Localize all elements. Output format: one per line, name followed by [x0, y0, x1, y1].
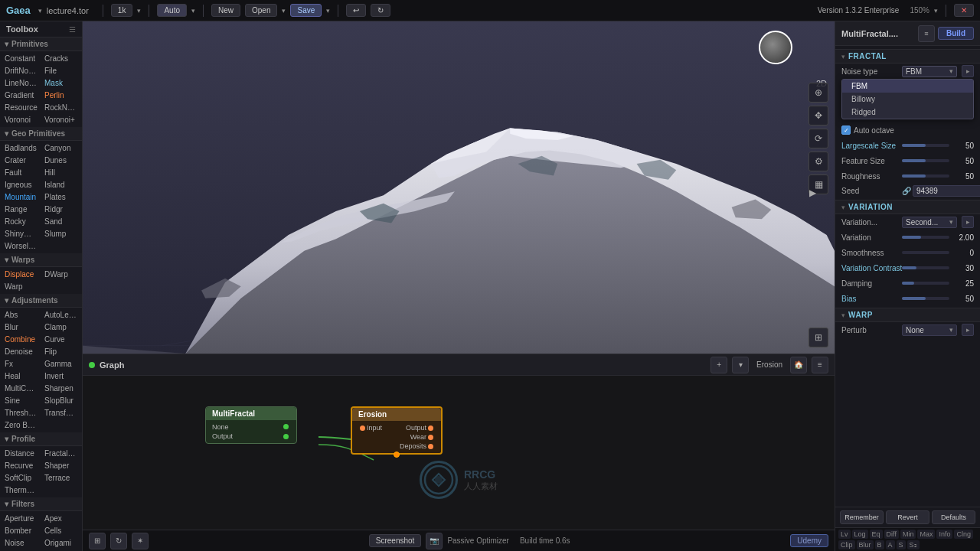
tool-voronoi[interactable]: Voronoi [2, 114, 41, 126]
mode-btn[interactable]: Auto [157, 4, 187, 17]
tool-badlands[interactable]: Badlands [2, 142, 41, 154]
variation-contrast-slider[interactable] [902, 266, 949, 269]
rs-build-btn[interactable]: Build [938, 27, 974, 40]
tool-apex[interactable]: Apex [41, 513, 80, 524]
tool-fractalte[interactable]: FractalTe... [41, 448, 80, 459]
tool-rocky[interactable]: Rocky [2, 216, 41, 227]
tool-autolevel[interactable]: AutoLevel [41, 309, 80, 321]
tool-combine[interactable]: Combine [2, 334, 41, 345]
tool-sine[interactable]: Sine [2, 395, 41, 406]
section-adjustments[interactable]: ▾ Adjustments [0, 294, 82, 308]
variation-section-header[interactable]: ▾ VARIATION [835, 200, 980, 214]
perturb-select[interactable]: None ▾ [902, 324, 957, 336]
tool-sharpen[interactable]: Sharpen [41, 383, 80, 394]
tool-cells[interactable]: Cells [41, 525, 80, 536]
node-erosion-bottom-port[interactable] [394, 452, 400, 458]
tool-fault[interactable]: Fault [2, 167, 41, 178]
section-profile[interactable]: ▾ Profile [0, 432, 82, 446]
tool-blur[interactable]: Blur [2, 321, 41, 333]
tool-fx[interactable]: Fx [2, 358, 41, 370]
tab-diff[interactable]: Diff [884, 530, 899, 539]
toolbox-pin-icon[interactable]: ☰ [69, 25, 76, 34]
feature-size-slider[interactable] [902, 159, 949, 162]
bottom-star-btn[interactable]: ✶ [132, 533, 149, 549]
tool-file[interactable]: File [41, 65, 80, 77]
tool-distance[interactable]: Distance [2, 448, 41, 459]
tab-info[interactable]: Info [936, 530, 952, 539]
graph-cam-btn[interactable]: 🏠 [790, 357, 807, 373]
resolution-arrow[interactable]: ▾ [137, 7, 141, 15]
section-primitives[interactable]: ▾ Primitives [0, 37, 82, 51]
tool-softclip[interactable]: SoftClip [2, 472, 41, 484]
tool-aperture[interactable]: Aperture [2, 513, 41, 524]
open-arrow[interactable]: ▾ [282, 7, 286, 15]
tool-constant[interactable]: Constant [2, 53, 41, 64]
close-btn[interactable]: ✕ [954, 4, 974, 17]
tab-s2[interactable]: S₂ [907, 540, 920, 549]
dropdown-option-billowy[interactable]: Billowy [842, 93, 973, 106]
section-geo[interactable]: ▾ Geo Primitives [0, 127, 82, 141]
variation-type-select[interactable]: Second... ▾ [902, 217, 957, 228]
tool-sand[interactable]: Sand [41, 216, 80, 227]
tool-heal[interactable]: Heal [2, 370, 41, 382]
tool-multicomp[interactable]: MultiComp... [2, 383, 41, 394]
seed-input[interactable] [913, 185, 980, 197]
dropdown-arrow-icon[interactable]: ▾ [38, 7, 42, 15]
tool-recurve[interactable]: Recurve [2, 460, 41, 471]
tool-mountain[interactable]: Mountain [2, 191, 41, 203]
tool-thermal[interactable]: Thermal... [2, 484, 41, 496]
variation-slider[interactable] [902, 236, 949, 239]
variation-type-expand-btn[interactable]: ▸ [962, 216, 974, 228]
bottom-grid-btn[interactable]: ⊞ [89, 533, 106, 549]
tool-warp[interactable]: Warp [2, 281, 41, 292]
tool-noise[interactable]: Noise [2, 537, 41, 549]
noise-dropdown-popup[interactable]: FBM Billowy Ridged [841, 79, 974, 119]
noise-type-expand-btn[interactable]: ▸ [962, 65, 974, 77]
tool-flip[interactable]: Flip [41, 346, 80, 357]
tool-denoise[interactable]: Denoise [2, 346, 41, 357]
tab-b[interactable]: B [875, 540, 884, 549]
dropdown-option-ridged[interactable]: Ridged [842, 106, 973, 119]
tool-invert[interactable]: Invert [41, 370, 80, 382]
tool-gradient[interactable]: Gradient [2, 90, 41, 101]
tool-cracks[interactable]: Cracks [41, 53, 80, 64]
resolution-btn[interactable]: 1k [111, 4, 133, 17]
save-arrow[interactable]: ▾ [326, 7, 330, 15]
tool-curve[interactable]: Curve [41, 334, 80, 345]
pan-tool-btn[interactable]: ✥ [808, 106, 828, 126]
tool-slopblur[interactable]: SlopBlur [41, 395, 80, 406]
udemy-btn[interactable]: Udemy [790, 534, 828, 547]
tool-canyon[interactable]: Canyon [41, 142, 80, 154]
bottom-cam-btn[interactable]: 📷 [426, 533, 443, 549]
tool-gamma[interactable]: Gamma [41, 358, 80, 370]
open-btn[interactable]: Open [245, 4, 277, 17]
node-multifractal[interactable]: MultiFractal None Output [205, 406, 297, 444]
noise-type-select[interactable]: FBM ▾ [902, 66, 957, 77]
tool-crater[interactable]: Crater [2, 155, 41, 166]
tab-a[interactable]: A [886, 540, 895, 549]
tab-blur[interactable]: Blur [857, 540, 874, 549]
fractal-section-header[interactable]: ▾ FRACTAL [835, 49, 980, 64]
tool-plates[interactable]: Plates [41, 191, 80, 203]
damping-slider[interactable] [902, 282, 949, 285]
undo-btn[interactable]: ↩ [346, 4, 366, 17]
tool-zerobord[interactable]: Zero Bord... [2, 419, 41, 431]
tool-worselands[interactable]: Worselands [2, 240, 41, 252]
graph-content[interactable]: MultiFractal None Output Erosi [83, 376, 835, 530]
viewport[interactable]: 2D ⊕ ✥ ⟳ ⚙ ▦ ⊞ ▶ [83, 21, 835, 354]
expand-btn[interactable]: ⊞ [808, 328, 828, 347]
tab-min[interactable]: Min [900, 530, 916, 539]
node-erosion[interactable]: Erosion Input Output Wear [351, 406, 443, 455]
zoom-arrow[interactable]: ▾ [934, 7, 938, 15]
tool-mask[interactable]: Mask [41, 77, 80, 89]
perturb-expand-btn[interactable]: ▸ [962, 324, 974, 336]
redo-btn[interactable]: ↻ [371, 4, 390, 17]
tab-eq[interactable]: Eq [870, 530, 883, 539]
dropdown-option-fbm[interactable]: FBM [842, 80, 973, 93]
new-btn[interactable]: New [211, 4, 240, 17]
tab-clng[interactable]: Clng [954, 530, 973, 539]
tab-max[interactable]: Max [917, 530, 935, 539]
tool-hill[interactable]: Hill [41, 167, 80, 178]
tool-transform[interactable]: Transform [41, 407, 80, 419]
settings-tool-btn[interactable]: ⚙ [808, 152, 828, 171]
